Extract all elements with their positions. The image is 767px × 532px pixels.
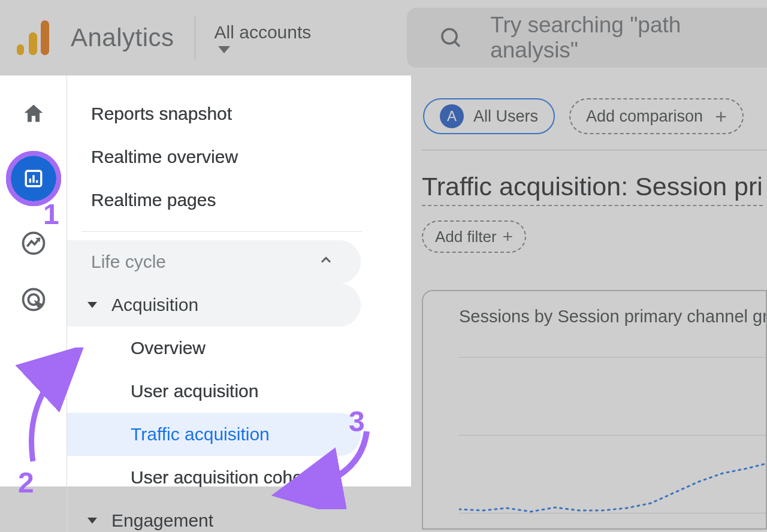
header-divider — [195, 16, 195, 59]
account-selector-label: All accounts — [215, 22, 312, 43]
app-header: Analytics All accounts Try searching "pa… — [0, 0, 767, 75]
left-nav-rail — [0, 75, 67, 532]
svg-rect-2 — [41, 20, 49, 55]
nav-realtime-pages[interactable]: Realtime pages — [67, 179, 361, 222]
chart-line-series — [459, 451, 767, 528]
page-title: Traffic acquisition: Session pri — [422, 172, 763, 206]
chip-all-users-badge: A — [440, 104, 464, 128]
caret-down-icon — [84, 302, 101, 308]
nav-advertising[interactable] — [19, 285, 48, 314]
home-icon — [22, 102, 46, 126]
chip-all-users-label: All Users — [473, 107, 538, 126]
product-name: Analytics — [71, 23, 174, 52]
reports-subnav-panel: Reports snapshot Realtime overview Realt… — [67, 75, 411, 532]
group-engagement[interactable]: Engagement — [67, 499, 361, 532]
nav-traffic-acquisition[interactable]: Traffic acquisition — [67, 413, 361, 456]
main-divider — [422, 150, 767, 150]
product-logo-block: Analytics — [17, 20, 174, 55]
nav-user-acquisition-cohorts[interactable]: User acquisition cohorts — [67, 456, 361, 499]
main-content: A All Users Add comparison + Traffic acq… — [411, 75, 767, 532]
caret-down-icon — [218, 46, 230, 53]
caret-down-icon — [84, 518, 101, 524]
chart-gridline — [459, 435, 766, 436]
svg-point-3 — [442, 29, 457, 43]
bar-chart-icon — [23, 168, 44, 189]
group-engagement-label: Engagement — [111, 510, 213, 531]
svg-rect-1 — [29, 32, 37, 55]
line-chart-icon — [21, 231, 46, 256]
group-acquisition[interactable]: Acquisition — [67, 283, 361, 327]
plus-icon: + — [715, 105, 727, 128]
nav-explore[interactable] — [19, 229, 48, 258]
svg-rect-5 — [26, 171, 41, 186]
search-icon — [439, 26, 463, 50]
search-placeholder: Try searching "path analysis" — [490, 13, 767, 63]
plus-icon: + — [503, 226, 514, 247]
nav-reports-snapshot[interactable]: Reports snapshot — [67, 92, 361, 135]
annotation-2: 2 — [18, 466, 34, 499]
section-life-cycle[interactable]: Life cycle — [67, 240, 361, 283]
chart-card: Sessions by Session primary channel gr — [422, 290, 767, 530]
svg-rect-0 — [17, 44, 24, 55]
svg-line-4 — [455, 41, 460, 46]
chip-all-users[interactable]: A All Users — [423, 98, 555, 134]
annotation-3: 3 — [349, 405, 365, 438]
add-filter-label: Add filter — [435, 228, 497, 246]
nav-reports[interactable] — [11, 156, 56, 201]
nav-user-acquisition[interactable]: User acquisition — [67, 370, 361, 413]
nav-acquisition-overview[interactable]: Overview — [67, 327, 361, 370]
chevron-up-icon — [318, 252, 334, 273]
svg-point-10 — [23, 289, 44, 310]
chip-add-comparison-label: Add comparison — [586, 107, 703, 126]
panel-divider — [81, 231, 362, 232]
chart-title: Sessions by Session primary channel gr — [459, 307, 766, 327]
add-filter-chip[interactable]: Add filter + — [422, 220, 526, 253]
nav-realtime-overview[interactable]: Realtime overview — [67, 135, 361, 179]
group-acquisition-label: Acquisition — [111, 295, 198, 315]
comparison-chips-row: A All Users Add comparison + — [422, 98, 767, 134]
account-selector[interactable]: All accounts — [215, 22, 312, 53]
analytics-logo-icon — [17, 20, 49, 55]
chart-gridline — [459, 357, 766, 358]
annotation-1: 1 — [43, 198, 59, 231]
target-click-icon — [21, 287, 46, 312]
section-life-cycle-label: Life cycle — [91, 252, 166, 272]
nav-home[interactable] — [19, 99, 48, 128]
chip-add-comparison[interactable]: Add comparison + — [569, 98, 744, 134]
search-bar[interactable]: Try searching "path analysis" — [407, 8, 767, 68]
